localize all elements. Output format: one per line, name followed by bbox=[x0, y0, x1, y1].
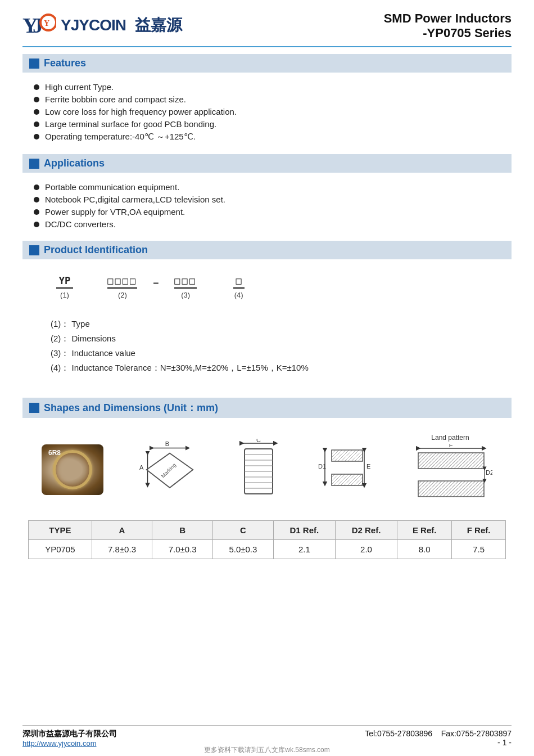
code-label-2: (2) bbox=[118, 291, 127, 299]
list-item: Low core loss for high frequency power a… bbox=[34, 107, 512, 116]
land-pattern-label: Land pattern bbox=[431, 434, 469, 442]
c-shape-svg: C bbox=[236, 439, 281, 501]
svg-text:D2: D2 bbox=[486, 469, 492, 476]
product-id-desc-list: (1)： Type (2)： Dimensions (3)： Inductanc… bbox=[39, 313, 495, 380]
features-list: High current Type. Ferrite bobbin core a… bbox=[22, 77, 512, 147]
logo-icon: Y J Y bbox=[22, 11, 56, 39]
svg-text:F: F bbox=[449, 444, 453, 448]
shapes-title: Shapes and Dimensions (Unit：mm) bbox=[44, 401, 218, 415]
code-dash: － bbox=[151, 275, 161, 290]
side-view-diagram: D1 E bbox=[314, 442, 375, 498]
code-part-3: □□□ bbox=[174, 275, 197, 289]
col-header-type: TYPE bbox=[29, 521, 92, 540]
col-header-e: E Ref. bbox=[397, 521, 452, 540]
list-item: Power supply for VTR,OA equipment. bbox=[34, 207, 512, 217]
svg-text:E: E bbox=[366, 463, 370, 470]
diagrams-row: 6R8 B A Marking bbox=[28, 428, 506, 511]
code-spacer2 bbox=[210, 278, 220, 287]
shapes-icon bbox=[29, 403, 39, 413]
logo-chinese-text: 益嘉源 bbox=[135, 15, 182, 36]
bullet-dot bbox=[34, 197, 39, 202]
code-spacer bbox=[87, 278, 94, 288]
col-header-d1: D1 Ref. bbox=[273, 521, 335, 540]
shapes-content: 6R8 B A Marking bbox=[22, 422, 512, 565]
coil-label: 6R8 bbox=[48, 449, 61, 457]
watermark: 更多资料下载请到五八文库wk.58sms.com bbox=[204, 745, 329, 755]
product-title-area: SMD Power Inductors -YP0705 Series bbox=[384, 11, 512, 40]
product-id-icon bbox=[29, 245, 39, 255]
sub-title: -YP0705 Series bbox=[384, 26, 512, 40]
applications-section-header: Applications bbox=[22, 154, 512, 173]
logo-brand-text: YJYCOIN bbox=[61, 16, 126, 34]
col-header-b: B bbox=[152, 521, 213, 540]
list-item: Notebook PC,digital carmera,LCD televisi… bbox=[34, 195, 512, 204]
bullet-dot bbox=[34, 184, 39, 190]
main-title: SMD Power Inductors bbox=[384, 11, 512, 26]
code-label-3: (3) bbox=[181, 291, 190, 299]
list-item: High current Type. bbox=[34, 82, 512, 92]
coil-photo-diagram: 6R8 bbox=[42, 444, 103, 495]
svg-text:C: C bbox=[256, 439, 261, 443]
bullet-dot bbox=[34, 134, 39, 140]
bullet-dot bbox=[34, 122, 39, 127]
list-item: DC/DC converters. bbox=[34, 219, 512, 229]
features-icon bbox=[29, 58, 39, 69]
footer-tel: Tel:0755-27803896 bbox=[365, 729, 432, 738]
header: Y J Y YJYCOIN 益嘉源 SMD Power Inductors -Y… bbox=[22, 11, 512, 47]
svg-text:Marking: Marking bbox=[160, 462, 177, 479]
cell-a: 7.8±0.3 bbox=[92, 540, 152, 559]
svg-rect-31 bbox=[418, 453, 484, 469]
product-id-section-header: Product Identification bbox=[22, 241, 512, 259]
shapes-section-header: Shapes and Dimensions (Unit：mm) bbox=[22, 398, 512, 418]
bullet-dot bbox=[34, 84, 39, 90]
side-view-svg: D1 E bbox=[314, 442, 375, 498]
land-pattern-diagram: Land pattern F bbox=[408, 434, 492, 506]
c-shape-diagram: C bbox=[236, 439, 281, 501]
table-row: YP0705 7.8±0.3 7.0±0.3 5.0±0.3 2.1 2.0 8… bbox=[29, 540, 506, 559]
applications-icon bbox=[29, 159, 39, 169]
cell-b: 7.0±0.3 bbox=[152, 540, 213, 559]
features-section-header: Features bbox=[22, 54, 512, 73]
col-header-c: C bbox=[213, 521, 274, 540]
svg-text:D1: D1 bbox=[318, 463, 326, 470]
list-item: (1)： Type bbox=[51, 319, 495, 330]
top-view-diagram: B A Marking bbox=[136, 439, 203, 501]
svg-text:Y: Y bbox=[44, 19, 49, 28]
list-item: (3)： Inductance value bbox=[51, 348, 495, 359]
footer-page: - 1 - bbox=[365, 738, 512, 747]
code-part-4: □ bbox=[233, 275, 245, 289]
svg-text:B: B bbox=[165, 440, 169, 447]
bullet-dot bbox=[34, 97, 39, 102]
code-part-2: □□□□ bbox=[107, 275, 137, 289]
website-link[interactable]: http://www.yjycoin.com bbox=[22, 739, 117, 748]
footer-right: Tel:0755-27803896 Fax:0755-27803897 - 1 … bbox=[365, 729, 512, 747]
bullet-dot bbox=[34, 209, 39, 215]
svg-rect-23 bbox=[332, 450, 363, 461]
list-item: Portable communication equipment. bbox=[34, 182, 512, 192]
land-pattern-svg: F D2 bbox=[408, 444, 492, 506]
footer-left: 深圳市益嘉源电子有限公司 http://www.yjycoin.com bbox=[22, 729, 117, 748]
logo-area: Y J Y YJYCOIN 益嘉源 bbox=[22, 11, 182, 39]
cell-c: 5.0±0.3 bbox=[213, 540, 274, 559]
list-item: (2)： Dimensions bbox=[51, 334, 495, 344]
svg-text:A: A bbox=[139, 464, 144, 471]
list-item: Large terminal surface for good PCB bond… bbox=[34, 119, 512, 129]
cell-type: YP0705 bbox=[29, 540, 92, 559]
col-header-f: F Ref. bbox=[452, 521, 506, 540]
applications-title: Applications bbox=[44, 158, 105, 169]
product-id-title: Product Identification bbox=[44, 244, 148, 256]
product-id-content: YP (1) □□□□ (2) － □□□ (3) □ (4) bbox=[22, 264, 512, 391]
svg-rect-32 bbox=[418, 481, 484, 497]
dimensions-table: TYPE A B C D1 Ref. D2 Ref. E Ref. F Ref.… bbox=[28, 520, 506, 559]
company-name: 深圳市益嘉源电子有限公司 bbox=[22, 729, 117, 739]
code-label-1: (1) bbox=[60, 291, 69, 299]
svg-rect-24 bbox=[332, 474, 363, 485]
code-label-4: (4) bbox=[234, 291, 243, 299]
cell-e: 8.0 bbox=[397, 540, 452, 559]
cell-d1: 2.1 bbox=[273, 540, 335, 559]
code-part-yp: YP bbox=[56, 275, 73, 289]
features-title: Features bbox=[44, 57, 86, 69]
list-item: (4)： Inductance Tolerance：N=±30%,M=±20%，… bbox=[51, 363, 495, 374]
list-item: Operating temperature:-40℃ ～+125℃. bbox=[34, 132, 512, 142]
col-header-d2: D2 Ref. bbox=[335, 521, 397, 540]
